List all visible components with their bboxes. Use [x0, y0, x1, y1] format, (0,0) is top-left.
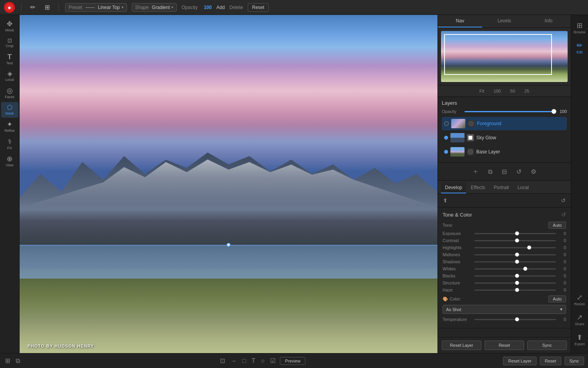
tool-mask[interactable]: ⬡ Mask: [1, 102, 18, 118]
reset-layer-button[interactable]: Reset Layer: [442, 341, 481, 350]
bottom-check-icon[interactable]: ☑: [269, 356, 277, 366]
whites-row: Whites 0: [443, 266, 566, 271]
bottom-text-icon[interactable]: T: [250, 356, 257, 366]
bottom-rect-icon[interactable]: □: [241, 356, 247, 366]
tool-fix[interactable]: ⚕ Fix: [1, 136, 18, 152]
svg-rect-1: [468, 136, 472, 140]
as-shot-chevron: ▾: [560, 307, 563, 312]
bottom-reset-layer-button[interactable]: Reset Layer: [503, 357, 536, 365]
zoom-100[interactable]: 100: [491, 88, 503, 94]
temperature-slider[interactable]: [474, 319, 556, 320]
tool-crop[interactable]: ⊡ Crop: [1, 35, 18, 50]
bottom-circle-icon[interactable]: ○: [260, 356, 266, 366]
bottom-sync-button[interactable]: Sync: [564, 357, 584, 365]
develop-tab-local[interactable]: Local: [514, 182, 533, 193]
temperature-label: Temperature: [443, 317, 472, 322]
sidebar-edit[interactable]: ✏ Edit: [572, 38, 588, 58]
preset-value: Linear Top: [98, 5, 120, 10]
layer-reset-button[interactable]: ↺: [515, 166, 523, 177]
tool-move[interactable]: ✥ Move: [1, 18, 18, 35]
scrollable-panel: Layers Opacity 100: [438, 97, 571, 337]
export-icon-btn[interactable]: ⬆: [442, 196, 449, 205]
highlights-row: Highlights 0: [443, 245, 566, 250]
undo-icon-btn[interactable]: ↺: [560, 196, 567, 205]
structure-slider[interactable]: [474, 282, 556, 284]
edit-icon: ✏: [577, 42, 583, 49]
toolbar-grid-icon[interactable]: ⊞: [42, 2, 52, 13]
layer-foreground-radio[interactable]: [444, 121, 449, 126]
contrast-slider[interactable]: [474, 240, 556, 241]
tool-text[interactable]: T Text: [1, 51, 18, 67]
bottom-crop-icon[interactable]: ⊡: [219, 356, 226, 366]
tool-refine[interactable]: ✦ Refine: [1, 118, 18, 135]
layer-settings-button[interactable]: ⚙: [529, 166, 538, 177]
contrast-label: Contrast: [443, 238, 472, 243]
color-auto-button[interactable]: Auto: [548, 295, 566, 302]
nav-tabs: Nav Levels Info: [438, 15, 571, 28]
sidebar-share[interactable]: ↗ Share: [572, 310, 588, 330]
sidebar-resize[interactable]: ⤢ Resize: [572, 290, 588, 310]
app-logo[interactable]: ●: [4, 2, 15, 13]
highlights-slider[interactable]: [474, 247, 556, 248]
nav-tab-nav[interactable]: Nav: [438, 15, 482, 27]
opacity-value[interactable]: 100: [204, 5, 212, 10]
toolbar-edit-icon[interactable]: ✏: [28, 2, 38, 13]
preview-button[interactable]: Preview: [280, 357, 305, 365]
shadows-slider[interactable]: [474, 261, 556, 262]
layer-duplicate-button[interactable]: ⧉: [486, 166, 494, 177]
layer-add-button[interactable]: ＋: [471, 166, 480, 177]
layer-actions: ＋ ⧉ ⊟ ↺ ⚙: [438, 163, 571, 181]
move-icon: ✥: [7, 20, 13, 27]
canvas-area[interactable]: PHOTO BY HUDSON HENRY: [20, 15, 437, 353]
tool-view[interactable]: ⊕ View: [1, 153, 18, 169]
structure-row: Structure 0: [443, 281, 566, 285]
thumbnail-container[interactable]: [441, 31, 568, 82]
sync-button[interactable]: Sync: [527, 341, 567, 350]
exposure-slider[interactable]: [474, 233, 556, 234]
gradient-dot[interactable]: [227, 243, 230, 247]
haze-slider[interactable]: [474, 290, 556, 291]
tool-faces[interactable]: ◎ Faces: [1, 85, 18, 101]
zoom-25[interactable]: 25: [522, 88, 532, 94]
tone-color-collapse[interactable]: ↺: [561, 211, 566, 218]
as-shot-dropdown[interactable]: As Shot ▾: [443, 305, 566, 314]
zoom-fit[interactable]: Fit: [477, 88, 486, 94]
layer-sky-glow[interactable]: Sky Glow: [442, 131, 567, 144]
layer-base[interactable]: Base Layer: [442, 145, 567, 158]
midtones-slider[interactable]: [474, 254, 556, 255]
delete-button[interactable]: Delete: [229, 5, 243, 10]
zoom-50[interactable]: 50: [508, 88, 517, 94]
bottom-grid-icon[interactable]: ⊞: [4, 356, 11, 366]
preset-dropdown[interactable]: Preset —— Linear Top ▾: [65, 3, 127, 12]
preset-label: Preset: [69, 5, 82, 10]
opacity-slider[interactable]: [465, 111, 554, 112]
layer-base-radio[interactable]: [444, 150, 448, 154]
layer-base-type: [467, 148, 474, 155]
layer-sky-glow-radio[interactable]: [444, 136, 448, 140]
layer-delete-button[interactable]: ⊟: [500, 166, 508, 177]
add-button[interactable]: Add: [216, 5, 225, 10]
develop-tab-portrait[interactable]: Portrait: [490, 182, 513, 193]
shape-dropdown[interactable]: Shape Gradient ▾: [132, 3, 177, 12]
reset-button[interactable]: Reset: [248, 3, 269, 12]
nav-tab-info[interactable]: Info: [526, 15, 571, 27]
crop-icon: ⊡: [7, 38, 12, 43]
text-label: Text: [6, 61, 13, 65]
nav-tab-levels[interactable]: Levels: [482, 15, 526, 27]
panel-reset-button[interactable]: Reset: [485, 341, 524, 350]
tone-auto-button[interactable]: Auto: [548, 222, 566, 229]
sidebar-browse[interactable]: ⊞ Browse: [572, 18, 588, 38]
bottom-compare-icon[interactable]: ⧉: [15, 356, 21, 366]
bottom-arrow-icon[interactable]: →: [229, 356, 238, 366]
whites-slider[interactable]: [474, 268, 556, 270]
develop-tab-develop[interactable]: Develop: [441, 182, 466, 193]
shape-value: Gradient: [152, 5, 170, 10]
develop-tab-effects[interactable]: Effects: [467, 182, 489, 193]
sidebar-export[interactable]: ⬆ Export: [572, 330, 588, 350]
bottom-reset-button[interactable]: Reset: [540, 357, 561, 365]
color-auto-row: 🎨 Color: Auto: [443, 295, 566, 302]
layer-foreground[interactable]: Foreground: [442, 117, 567, 130]
refine-icon: ✦: [7, 121, 13, 128]
tool-local[interactable]: ◈ Local: [1, 68, 18, 84]
blacks-slider[interactable]: [474, 275, 556, 277]
